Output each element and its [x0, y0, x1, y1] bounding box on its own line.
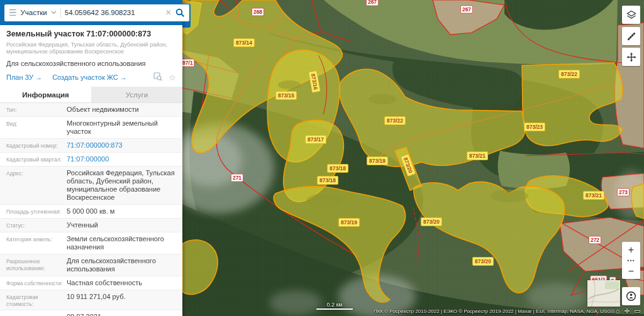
info-row-value-link[interactable]: 71:07:000000 — [67, 155, 177, 163]
parcel-contour-label[interactable]: 873/18 — [327, 164, 348, 173]
info-row-value: 5 000 000 кв. м — [67, 207, 177, 215]
search-divider — [60, 8, 61, 18]
header-icons: ☆ — [153, 72, 176, 82]
cadastral-badge[interactable]: 267 — [366, 0, 379, 6]
overview-minimap[interactable] — [587, 280, 620, 307]
info-row: Адрес:Российская Федерация, Тульская обл… — [0, 166, 182, 204]
map-canvas[interactable]: 873/13873/14873/15873/16873/17873/18873/… — [182, 0, 644, 316]
map-attribution: ПКК © Росреестр 2010-2022 | ЕЭКО © Росре… — [374, 308, 614, 314]
info-row-label: Тип: — [6, 106, 67, 114]
parcel-contour-label[interactable]: 873/19 — [367, 156, 388, 165]
parcel-contour-label[interactable]: 873/17 — [305, 135, 326, 144]
cadastral-badge[interactable]: 273 — [617, 188, 630, 197]
clear-search-icon[interactable]: ✕ — [165, 8, 172, 17]
extent-icon[interactable]: ✛ — [624, 307, 630, 315]
info-row-value: Учтенный — [67, 221, 177, 229]
search-button[interactable] — [175, 8, 185, 18]
zoom-in-button[interactable]: + — [622, 243, 640, 256]
tab-services[interactable]: Услуги — [91, 87, 182, 102]
fullscreen-icon[interactable]: ▭ — [635, 307, 641, 315]
panel-tabs: Информация Услуги — [0, 87, 182, 103]
info-row: Вид:Многоконтурный земельный участок — [0, 116, 182, 138]
info-row-value: Частная собственность — [67, 279, 177, 287]
parcel-contour-label[interactable]: 873/22 — [384, 116, 406, 125]
parcel-contour-label[interactable]: 873/23 — [524, 123, 545, 131]
zoom-out-button[interactable]: − — [622, 264, 640, 278]
info-row-label: Кадастровый квартал: — [6, 155, 67, 163]
my-location-button[interactable] — [622, 287, 640, 305]
chevron-down-icon[interactable] — [51, 11, 57, 14]
parcel-actions: План ЗУ → Создать участок ЖС → ☆ — [6, 72, 176, 82]
cadastral-badge[interactable]: 271 — [231, 174, 243, 182]
scale-line — [316, 308, 353, 310]
info-row-label: Форма собственности: — [6, 279, 67, 287]
cadastral-badge[interactable]: 272 — [589, 236, 601, 244]
info-row-label: Вид: — [6, 119, 67, 136]
cadastral-badge[interactable]: 887/1 — [182, 59, 195, 67]
spatial-search-button[interactable] — [622, 48, 640, 66]
tab-information[interactable]: Информация — [0, 87, 91, 102]
parcel-contour-label[interactable]: 873/15 — [275, 91, 297, 100]
info-row: Кадастровая стоимость:10 911 271,04 руб. — [0, 290, 182, 310]
parcel-title: Земельный участок 71:07:000000:873 — [6, 30, 176, 38]
info-row-label: Статус: — [6, 221, 67, 229]
info-table: Тип:Объект недвижимостиВид:Многоконтурны… — [0, 103, 182, 316]
search-bar: ☰ Участки ✕ — [0, 0, 182, 25]
parcel-contour-label[interactable]: 873/19 — [338, 218, 360, 227]
home-icon[interactable]: ⌂ — [616, 307, 620, 315]
cadastral-badge[interactable]: 268 — [252, 8, 264, 16]
info-row-label: Кадастровая стоимость: — [6, 293, 67, 307]
plan-zu-link[interactable]: План ЗУ → — [6, 74, 42, 81]
info-row-value: Объект недвижимости — [67, 106, 177, 114]
parcel-header: Земельный участок 71:07:000000:873 Росси… — [0, 25, 182, 82]
info-row-value: Земли сельскохозяйственного назначения — [67, 235, 177, 251]
info-row-value: 08.07.2021 — [67, 313, 177, 316]
measure-ruler-button[interactable] — [622, 27, 640, 45]
parcel-contour-label[interactable]: 873/20 — [472, 257, 494, 266]
info-row-label: дата определения: — [6, 313, 67, 316]
info-row: Статус:Учтенный — [0, 218, 182, 232]
cadastral-badge[interactable]: 267 — [460, 6, 473, 14]
info-row-value: 10 911 271,04 руб. — [67, 293, 177, 307]
view-plan-icon[interactable] — [153, 72, 162, 82]
layers-button[interactable] — [622, 6, 640, 24]
info-panel: ☰ Участки ✕ Земельный участок 71:07:0000… — [0, 0, 182, 316]
pkk-app: ☰ Участки ✕ Земельный участок 71:07:0000… — [0, 0, 644, 316]
create-zhs-link[interactable]: Создать участок ЖС → — [52, 74, 127, 81]
info-row-label: Площадь уточненная: — [6, 207, 67, 215]
search-widget: ☰ Участки ✕ — [4, 4, 189, 21]
info-row-label: Разрешенное использование: — [6, 257, 67, 273]
parcel-contour-label[interactable]: 873/20 — [401, 154, 416, 177]
info-row: Разрешенное использование:Для сельскохоз… — [0, 254, 182, 276]
zoom-control: + ••• − — [622, 242, 640, 279]
parcel-address-subtitle: Российская Федерация, Тульская область, … — [6, 41, 176, 55]
info-row-value-link[interactable]: 71:07:000000:873 — [67, 141, 177, 150]
info-row: Тип:Объект недвижимости — [0, 103, 182, 116]
search-category-select[interactable]: Участки — [21, 9, 47, 16]
parcel-contour-label[interactable]: 873/21 — [583, 191, 604, 200]
info-row-label: Категория земель: — [6, 235, 67, 251]
parcel-label-layer: 873/13873/14873/15873/16873/17873/18873/… — [182, 0, 644, 316]
parcel-contour-label[interactable]: 873/18 — [317, 176, 338, 185]
info-row: Кадастровый квартал:71:07:000000 — [0, 152, 182, 166]
scale-label: 0.2 км — [326, 302, 342, 308]
info-row-value: Для сельскохозяйственного использования — [67, 257, 177, 273]
parcel-contour-label[interactable]: 873/22 — [558, 70, 580, 79]
info-row-label: Кадастровый номер: — [6, 141, 67, 150]
parcel-contour-label[interactable]: 873/16 — [308, 70, 321, 93]
parcel-contour-label[interactable]: 873/20 — [421, 217, 442, 226]
info-row: дата определения:08.07.2021 — [0, 310, 182, 316]
info-row-value: Российская Федерация, Тульская область, … — [67, 169, 177, 202]
parcel-contour-label[interactable]: 873/14 — [233, 38, 255, 47]
parcel-usage: Для сельскохозяйственного использования — [6, 60, 176, 67]
info-row: Форма собственности:Частная собственност… — [0, 276, 182, 290]
footer-icons: ⌂ ✛ ▭ — [616, 307, 641, 315]
scale-bar: 0.2 км — [316, 302, 353, 310]
info-row: Площадь уточненная:5 000 000 кв. м — [0, 204, 182, 218]
info-row: Категория земель:Земли сельскохозяйствен… — [0, 232, 182, 254]
menu-icon[interactable]: ☰ — [9, 8, 17, 17]
zoom-levels-button[interactable]: ••• — [622, 256, 640, 264]
search-input[interactable] — [65, 9, 162, 16]
star-icon[interactable]: ☆ — [169, 73, 176, 82]
parcel-contour-label[interactable]: 873/21 — [467, 151, 488, 160]
